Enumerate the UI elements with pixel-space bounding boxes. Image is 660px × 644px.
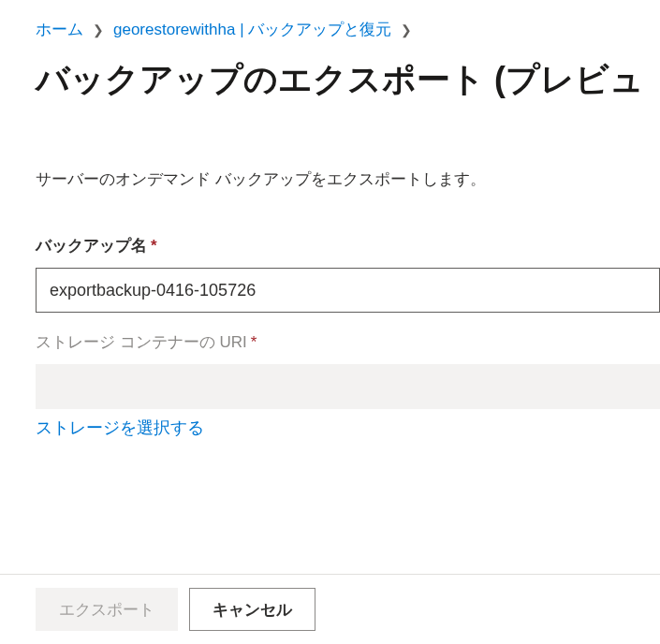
backup-name-input[interactable] bbox=[36, 268, 660, 313]
chevron-right-icon: ❯ bbox=[401, 22, 412, 37]
storage-uri-label-text: ストレージ コンテナーの URI bbox=[36, 333, 247, 351]
storage-uri-input[interactable] bbox=[36, 364, 660, 409]
chevron-right-icon: ❯ bbox=[93, 22, 104, 37]
backup-name-label-text: バックアップ名 bbox=[36, 237, 147, 255]
export-button[interactable]: エクスポート bbox=[36, 588, 178, 631]
breadcrumb: ホーム ❯ georestorewithha | バックアップと復元 ❯ bbox=[36, 19, 660, 40]
required-indicator: * bbox=[151, 237, 157, 255]
cancel-button[interactable]: キャンセル bbox=[189, 588, 315, 631]
backup-name-group: バックアップ名* bbox=[36, 235, 660, 313]
breadcrumb-server-link[interactable]: georestorewithha | バックアップと復元 bbox=[113, 19, 391, 40]
required-indicator: * bbox=[251, 333, 257, 351]
storage-uri-group: ストレージ コンテナーの URI* ストレージを選択する bbox=[36, 331, 660, 439]
breadcrumb-home-link[interactable]: ホーム bbox=[36, 19, 83, 40]
footer-bar: エクスポート キャンセル bbox=[0, 574, 660, 644]
page-title: バックアップのエクスポート (プレビュ bbox=[36, 57, 660, 103]
description-text: サーバーのオンデマンド バックアップをエクスポートします。 bbox=[36, 168, 660, 190]
select-storage-link[interactable]: ストレージを選択する bbox=[36, 417, 204, 439]
backup-name-label: バックアップ名* bbox=[36, 235, 157, 256]
storage-uri-label: ストレージ コンテナーの URI* bbox=[36, 331, 257, 353]
